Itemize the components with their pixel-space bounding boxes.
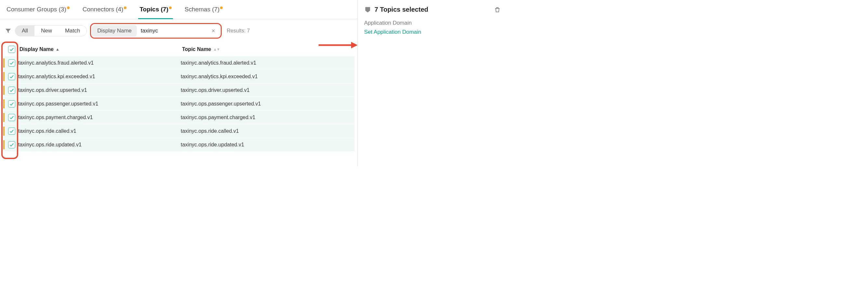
- row-checkbox-cell: [3, 128, 18, 135]
- header-checkbox-cell: [4, 46, 20, 53]
- results-count: Results: 7: [227, 28, 250, 34]
- filter-pill-all[interactable]: All: [15, 26, 34, 36]
- cell-topic-name: taxinyc.ops.ride.called.v1: [181, 128, 355, 134]
- column-display-name-label: Display Name: [20, 46, 54, 52]
- row-checkbox[interactable]: [8, 100, 15, 107]
- table-row[interactable]: taxinyc.ops.driver.upserted.v1taxinyc.op…: [3, 83, 355, 97]
- side-panel-title-wrap: 7 Topics selected: [364, 6, 428, 13]
- table-row[interactable]: taxinyc.analytics.kpi.exceeded.v1taxinyc…: [3, 70, 355, 83]
- row-status-stripe: [3, 72, 5, 81]
- side-panel-title: 7 Topics selected: [374, 6, 428, 13]
- side-panel-header: 7 Topics selected: [364, 3, 501, 20]
- row-checkbox-cell: [3, 114, 18, 121]
- cell-topic-name: taxinyc.ops.ride.updated.v1: [181, 142, 355, 148]
- cell-display-name: taxinyc.analytics.kpi.exceeded.v1: [18, 74, 181, 79]
- cell-topic-name: taxinyc.ops.payment.charged.v1: [181, 115, 355, 120]
- tag-icon: [364, 6, 371, 13]
- row-checkbox[interactable]: [8, 73, 15, 80]
- row-checkbox-cell: [3, 141, 18, 148]
- table-body: taxinyc.analytics.fraud.alerted.v1taxiny…: [3, 56, 355, 152]
- pill-group: AllNewMatch: [15, 25, 87, 36]
- topics-table: Display Name ▲ Topic Name ▲▼ taxinyc.ana…: [0, 42, 357, 167]
- cell-topic-name: taxinyc.analytics.kpi.exceeded.v1: [181, 74, 355, 79]
- tab-label: Schemas (7): [185, 6, 220, 13]
- tab-1[interactable]: Connectors (4): [81, 3, 128, 19]
- cell-display-name: taxinyc.ops.passenger.upserted.v1: [18, 101, 181, 107]
- row-checkbox[interactable]: [8, 141, 15, 148]
- row-checkbox-cell: [3, 100, 18, 107]
- table-row[interactable]: taxinyc.analytics.fraud.alerted.v1taxiny…: [3, 56, 355, 70]
- set-application-domain-link[interactable]: Set Application Domain: [364, 29, 501, 35]
- table-header: Display Name ▲ Topic Name ▲▼: [3, 42, 355, 56]
- row-status-stripe: [3, 86, 5, 95]
- sort-asc-icon: ▲: [56, 47, 60, 51]
- status-dot-icon: [67, 6, 69, 9]
- row-status-stripe: [3, 59, 5, 68]
- main-panel: Consumer Groups (3)Connectors (4)Topics …: [0, 0, 358, 167]
- trash-icon[interactable]: [494, 6, 501, 13]
- tab-3[interactable]: Schemas (7): [183, 3, 224, 19]
- column-topic-name[interactable]: Topic Name ▲▼: [182, 46, 353, 52]
- row-status-stripe: [3, 99, 5, 108]
- status-dot-icon: [220, 6, 223, 9]
- cell-display-name: taxinyc.ops.payment.charged.v1: [18, 115, 181, 120]
- search-input[interactable]: [141, 25, 210, 37]
- cell-topic-name: taxinyc.analytics.fraud.alerted.v1: [181, 60, 355, 66]
- search-input-wrap: ×: [137, 25, 220, 37]
- column-display-name[interactable]: Display Name ▲: [20, 46, 182, 52]
- table-row[interactable]: taxinyc.ops.ride.called.v1taxinyc.ops.ri…: [3, 124, 355, 138]
- tab-label: Connectors (4): [83, 6, 124, 13]
- tab-label: Consumer Groups (3): [6, 6, 66, 13]
- row-checkbox[interactable]: [8, 87, 15, 94]
- cell-display-name: taxinyc.ops.driver.upserted.v1: [18, 87, 181, 93]
- row-checkbox[interactable]: [8, 60, 15, 67]
- table-row[interactable]: taxinyc.ops.payment.charged.v1taxinyc.op…: [3, 111, 355, 124]
- row-checkbox-cell: [3, 87, 18, 94]
- row-status-stripe: [3, 127, 5, 136]
- search-group-highlight: Display Name ×: [90, 23, 221, 39]
- cell-display-name: taxinyc.analytics.fraud.alerted.v1: [18, 60, 181, 66]
- cell-display-name: taxinyc.ops.ride.updated.v1: [18, 142, 181, 148]
- tab-0[interactable]: Consumer Groups (3): [5, 3, 71, 19]
- row-status-stripe: [3, 140, 5, 149]
- cell-display-name: taxinyc.ops.ride.called.v1: [18, 128, 181, 134]
- search-field-label[interactable]: Display Name: [92, 25, 137, 37]
- filter-icon[interactable]: [5, 27, 12, 34]
- clear-search-icon[interactable]: ×: [210, 28, 217, 34]
- row-status-stripe: [3, 113, 5, 122]
- row-checkbox[interactable]: [8, 128, 15, 135]
- row-checkbox-cell: [3, 60, 18, 67]
- filter-pill-match[interactable]: Match: [59, 26, 87, 36]
- cell-topic-name: taxinyc.ops.driver.upserted.v1: [181, 87, 355, 93]
- side-panel: 7 Topics selected Application Domain Set…: [358, 0, 507, 167]
- sort-both-icon: ▲▼: [213, 47, 220, 51]
- cell-topic-name: taxinyc.ops.passenger.upserted.v1: [181, 101, 355, 107]
- status-dot-icon: [169, 6, 172, 9]
- table-row[interactable]: taxinyc.ops.ride.updated.v1taxinyc.ops.r…: [3, 138, 355, 152]
- table-row[interactable]: taxinyc.ops.passenger.upserted.v1taxinyc…: [3, 97, 355, 111]
- tab-2[interactable]: Topics (7): [138, 3, 173, 19]
- application-domain-label: Application Domain: [364, 20, 501, 26]
- filter-row: AllNewMatch Display Name × Results: 7: [0, 19, 357, 42]
- select-all-checkbox[interactable]: [8, 46, 15, 53]
- tab-label: Topics (7): [140, 6, 168, 13]
- filter-pill-new[interactable]: New: [34, 26, 59, 36]
- row-checkbox-cell: [3, 73, 18, 80]
- tab-bar: Consumer Groups (3)Connectors (4)Topics …: [0, 0, 357, 19]
- row-checkbox[interactable]: [8, 114, 15, 121]
- column-topic-name-label: Topic Name: [182, 46, 211, 52]
- status-dot-icon: [124, 6, 126, 9]
